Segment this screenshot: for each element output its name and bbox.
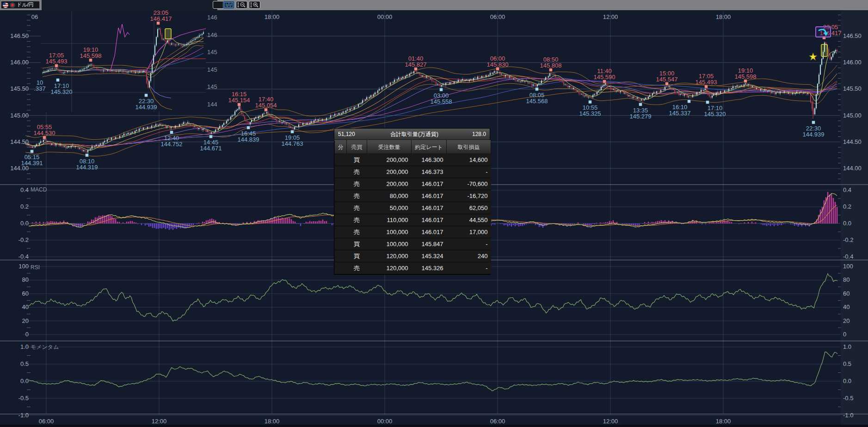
pnl-cell: 14,600	[447, 154, 491, 166]
inset-axis-label: 146	[207, 14, 217, 21]
price-annotation-low-price: 144.391	[21, 160, 43, 167]
minute-cell	[335, 154, 347, 166]
inset-annotation-low-price: 144.939	[135, 104, 157, 111]
inset-annotation-high-price: 146.417	[150, 15, 172, 22]
rate-cell: 146.373	[412, 166, 447, 178]
quantity-cell: 110,000	[367, 214, 412, 226]
rsi-axis-label: 100	[18, 263, 29, 270]
pnl-cell: -	[447, 166, 491, 178]
rsi-axis-label: 40	[843, 303, 850, 310]
quantity-cell: 200,000	[367, 178, 412, 190]
macd-axis-label: -0.4	[843, 253, 853, 260]
rate-cell: 146.017	[412, 226, 447, 238]
minute-cell	[335, 202, 347, 214]
momentum-line	[29, 352, 837, 391]
col-quantity[interactable]: 受注数量	[367, 141, 412, 154]
trade-row[interactable]: 買200,000146.30014,600	[335, 154, 491, 166]
price-annotation-high-price: 145.598	[735, 73, 757, 80]
inset-axis-label: 145	[207, 66, 217, 73]
price-axis-label-right: 146.50	[843, 32, 862, 39]
price-annotation-low-marker	[706, 100, 709, 104]
trade-history-panel: 51,120 合計取引量(万通貨) 128.0 分 売買 受注数量 約定レート …	[334, 128, 490, 275]
momentum-axis-label: -0.5	[843, 395, 853, 402]
momentum-axis-label: -1.0	[18, 412, 29, 419]
price-annotation-low-marker	[31, 150, 34, 153]
inset-annotation-low-price: .337	[34, 85, 45, 92]
trade-summary-bar: 51,120 合計取引量(万通貨) 128.0	[334, 129, 490, 140]
side-cell: 売	[347, 226, 367, 238]
trade-row[interactable]: 売50,000146.01762,050	[335, 202, 491, 214]
bottom-time-label: 18:00	[265, 418, 280, 425]
trade-row[interactable]: 売200,000146.373-	[335, 166, 491, 178]
rate-cell: 146.017	[412, 178, 447, 190]
inset-axis-label: 146	[207, 31, 217, 38]
momentum-axis-label: 1.0	[843, 343, 851, 350]
minute-cell	[335, 178, 347, 190]
trade-row[interactable]: 売200,000146.017-70,600	[335, 178, 491, 190]
col-rate[interactable]: 約定レート	[412, 141, 447, 154]
price-annotation-high-price: 145.547	[656, 76, 678, 83]
col-minute[interactable]: 分	[335, 141, 347, 154]
price-axis-label-left: 145.50	[10, 85, 29, 92]
price-annotation-low-marker	[170, 130, 173, 134]
side-cell: 売	[347, 190, 367, 202]
bottom-time-label: 00:00	[377, 418, 393, 425]
trade-row[interactable]: 売80,000146.017-16,720	[335, 190, 491, 202]
price-axis-label-left: 146.00	[10, 59, 29, 66]
price-annotation-high-price: 145.808	[540, 62, 562, 69]
rate-cell: 146.300	[412, 154, 447, 166]
top-time-label: 18:00	[716, 13, 731, 20]
trade-row[interactable]: 売100,000146.01717,000	[335, 226, 491, 238]
minute-cell	[335, 226, 347, 238]
rsi-axis-label: 60	[22, 290, 29, 297]
col-side[interactable]: 売買	[347, 141, 367, 154]
price-annotation-high-price: 145.054	[255, 102, 277, 109]
quantity-cell: 200,000	[367, 166, 412, 178]
price-annotation-low-price: 144.839	[238, 136, 259, 143]
side-cell: 買	[347, 250, 367, 262]
minute-cell	[335, 166, 347, 178]
side-cell: 売	[347, 166, 367, 178]
rsi-axis-label: 60	[843, 290, 850, 297]
rate-cell: 145.326	[412, 262, 447, 274]
price-annotation-high-price: 145.590	[594, 74, 616, 80]
price-annotation-high-price: 145.830	[487, 61, 509, 68]
price-annotation-low-price: 144.752	[161, 141, 183, 148]
rsi-axis-label: 100	[843, 263, 853, 270]
top-time-label: 18:00	[265, 13, 280, 20]
macd-axis-label: 0.0	[843, 220, 851, 227]
momentum-axis-label: 0.0	[20, 377, 29, 384]
bottom-time-label: 18:00	[716, 418, 731, 425]
price-annotation-low-marker	[209, 135, 213, 138]
side-cell: 売	[347, 214, 367, 226]
pnl-cell: 17,000	[447, 226, 491, 238]
col-pnl[interactable]: 取引損益	[447, 141, 491, 154]
minute-cell	[335, 214, 347, 226]
price-axis-label-right: 146.00	[843, 59, 862, 66]
momentum-axis-label: 0.5	[20, 360, 29, 367]
macd-axis-label: 0.2	[843, 203, 851, 210]
trade-row[interactable]: 売120,000145.326-	[335, 262, 491, 274]
trade-row[interactable]: 買100,000145.847-	[335, 238, 491, 250]
quantity-cell: 50,000	[367, 202, 412, 214]
inset-axis-label: 145	[207, 83, 217, 90]
quantity-cell: 120,000	[367, 262, 412, 274]
price-annotation-low-price: 145.558	[431, 98, 452, 105]
trade-row[interactable]: 買120,000145.324240	[335, 250, 491, 262]
inset-annotation-high-price: 145.598	[80, 52, 102, 59]
trade-row[interactable]: 売110,000146.01744,550	[335, 214, 491, 226]
momentum-axis-label: 1.0	[20, 343, 29, 350]
rsi-axis-label: 20	[843, 317, 850, 324]
price-annotation-low-price: 144.319	[76, 164, 98, 171]
rsi-axis-label: 80	[843, 276, 850, 283]
price-annotation-high-price: 144.530	[34, 130, 55, 136]
macd-axis-label: 0.2	[20, 203, 29, 210]
trade-table-body: 買200,000146.30014,600売200,000146.373-売20…	[335, 154, 491, 274]
pnl-cell: -	[447, 262, 491, 274]
trade-table: 分 売買 受注数量 約定レート 取引損益 買200,000146.30014,6…	[334, 140, 491, 274]
price-annotation-high-price: 145.493	[696, 79, 717, 86]
macd-axis-label: -0.4	[18, 253, 29, 260]
pnl-cell: -16,720	[447, 190, 491, 202]
bottom-time-label: 06:00	[39, 418, 54, 425]
top-time-label-clipped: 06	[31, 13, 38, 20]
